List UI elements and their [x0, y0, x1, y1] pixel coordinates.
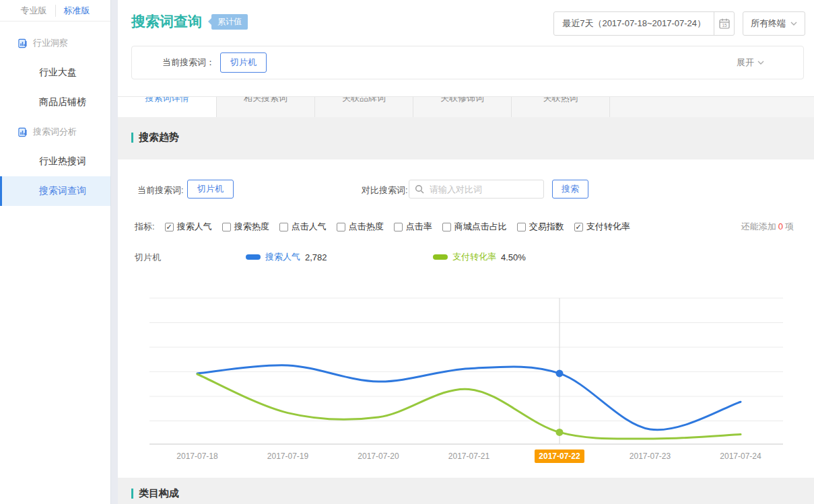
content-gutter: [111, 0, 118, 504]
current-term-form-chip[interactable]: 切片机: [187, 180, 234, 199]
date-range-picker[interactable]: 最近7天（2017-07-18~2017-07-24） 15: [553, 11, 735, 36]
sidebar-version-tabs: 专业版 标准版: [0, 0, 110, 22]
legend-label: 支付转化率: [452, 251, 496, 263]
tab-3[interactable]: 关联修饰词: [413, 97, 511, 117]
metric-label: 搜索人气: [177, 221, 212, 233]
trend-section-title: 搜索趋势: [139, 131, 179, 144]
compare-term-input[interactable]: [428, 184, 535, 195]
report-icon: [18, 38, 28, 48]
tab-label: 关联热词: [543, 97, 578, 103]
metric-label: 点击热度: [349, 221, 384, 233]
metrics-list: ✓搜索人气搜索热度点击人气点击热度点击率商城点击占比交易指数✓支付转化率: [155, 221, 630, 233]
svg-text:15: 15: [722, 23, 727, 28]
metric-item-5[interactable]: 商城点击占比: [442, 221, 507, 233]
tab-0[interactable]: 搜索词详情: [118, 97, 216, 117]
calendar-button[interactable]: 15: [714, 12, 734, 35]
legend-swatch-green: [433, 254, 448, 260]
x-axis-label-3: 2017-07-21: [424, 449, 514, 463]
header-controls: 最近7天（2017-07-18~2017-07-24） 15 所有终端: [553, 11, 805, 36]
x-axis-label-0: 2017-07-18: [152, 449, 242, 463]
x-axis-label-text: 2017-07-23: [625, 449, 675, 463]
detail-tabbar: 搜索词详情相关搜索词关联品牌词关联修饰词关联热词: [118, 96, 814, 117]
metric-item-2[interactable]: 点击人气: [279, 221, 327, 233]
calendar-icon: 15: [718, 17, 731, 30]
sidebar-item-2[interactable]: 商品店铺榜: [0, 87, 110, 117]
metric-checkbox-3[interactable]: [337, 223, 345, 231]
metrics-row: 指标: ✓搜索人气搜索热度点击人气点击热度点击率商城点击占比交易指数✓支付转化率…: [118, 220, 814, 233]
current-term-form-label: 当前搜索词:: [137, 184, 184, 196]
search-button[interactable]: 搜索: [552, 180, 588, 199]
legend-row: 切片机 搜索人气 2,782 支付转化率 4.50%: [118, 250, 814, 264]
sidebar: 专业版 标准版 行业洞察行业大盘商品店铺榜搜索词分析行业热搜词搜索词查询: [0, 0, 111, 504]
section-tick-icon: [131, 133, 133, 143]
terminal-select-value: 所有终端: [751, 17, 786, 30]
category-section-band: 类目构成: [118, 478, 814, 504]
tab-1[interactable]: 相关搜索词: [216, 97, 314, 117]
metric-checkbox-4[interactable]: [394, 223, 403, 231]
metric-checkbox-2[interactable]: [279, 223, 288, 231]
metric-label: 支付转化率: [586, 221, 630, 233]
metric-checkbox-0[interactable]: ✓: [165, 223, 174, 231]
series-dot-0: [556, 369, 564, 377]
metric-checkbox-1[interactable]: [222, 223, 231, 231]
section-tick-icon: [131, 489, 133, 499]
report-icon: [18, 127, 28, 137]
tab-standard-version[interactable]: 标准版: [55, 5, 98, 17]
tab-pro-version[interactable]: 专业版: [13, 5, 55, 17]
series-line-0: [197, 365, 741, 430]
trend-form-row: 当前搜索词: 切片机 对比搜索词: 搜索: [118, 180, 814, 200]
remain-suffix: 项: [785, 221, 794, 231]
metric-item-3[interactable]: 点击热度: [337, 221, 384, 233]
legend-entry-search-popularity: 搜索人气 2,782: [246, 250, 327, 264]
legend-term: 切片机: [135, 252, 161, 264]
remain-prefix: 还能添加: [741, 221, 776, 231]
category-section-title: 类目构成: [139, 487, 179, 500]
metrics-label: 指标:: [135, 221, 155, 233]
tab-label: 关联品牌词: [342, 97, 386, 103]
metric-item-0[interactable]: ✓搜索人气: [165, 221, 212, 233]
metric-checkbox-6[interactable]: [517, 223, 526, 231]
x-axis-label-text: 2017-07-21: [444, 449, 494, 463]
expand-label: 展开: [737, 57, 754, 69]
sidebar-label: 行业大盘: [39, 67, 77, 79]
metric-checkbox-7[interactable]: ✓: [574, 223, 583, 231]
expand-toggle[interactable]: 展开: [737, 57, 764, 69]
tab-2[interactable]: 关联品牌词: [314, 97, 413, 117]
category-section-header: 类目构成: [131, 487, 179, 500]
metric-label: 搜索热度: [234, 221, 269, 233]
sidebar-nav: 行业洞察行业大盘商品店铺榜搜索词分析行业热搜词搜索词查询: [0, 22, 110, 206]
metric-item-1[interactable]: 搜索热度: [222, 221, 269, 233]
tab-4[interactable]: 关联热词: [511, 97, 609, 117]
date-range-text[interactable]: 最近7天（2017-07-18~2017-07-24）: [554, 12, 714, 35]
series-dot-1: [556, 429, 564, 436]
x-axis-label-text: 2017-07-24: [716, 449, 765, 463]
current-term-label: 当前搜索词：: [162, 57, 215, 69]
terminal-select[interactable]: 所有终端: [743, 11, 805, 36]
legend-swatch-blue: [246, 254, 261, 260]
sidebar-label: 搜索词分析: [33, 126, 77, 138]
chevron-down-icon: [790, 22, 797, 26]
sidebar-item-1[interactable]: 行业大盘: [0, 58, 110, 87]
compare-term-field: [409, 180, 544, 199]
x-axis-label-text: 2017-07-20: [353, 449, 403, 463]
sidebar-item-4[interactable]: 行业热搜词: [0, 147, 110, 176]
x-axis-label-text: 2017-07-22: [535, 449, 584, 463]
page-header: 搜索词查询 累计值: [131, 12, 248, 31]
page-title: 搜索词查询: [131, 12, 202, 31]
current-term-chip[interactable]: 切片机: [220, 52, 267, 73]
tab-label: 关联修饰词: [440, 97, 484, 103]
compare-term-label: 对比搜索词:: [362, 184, 408, 196]
metric-checkbox-5[interactable]: [442, 223, 451, 231]
metric-item-7[interactable]: ✓支付转化率: [574, 221, 630, 233]
metric-label: 商城点击占比: [454, 221, 507, 233]
sidebar-item-5[interactable]: 搜索词查询: [0, 176, 110, 206]
current-term-bar: 当前搜索词： 切片机 展开: [131, 46, 804, 79]
x-axis-label-1: 2017-07-19: [243, 449, 333, 463]
metric-label: 点击人气: [292, 221, 327, 233]
trend-chart-svg: [118, 293, 814, 461]
sidebar-group-0: 行业洞察: [0, 28, 110, 58]
x-axis-label-2: 2017-07-20: [333, 449, 423, 463]
metric-item-6[interactable]: 交易指数: [517, 221, 564, 233]
sidebar-label: 行业洞察: [33, 37, 68, 49]
metric-item-4[interactable]: 点击率: [394, 221, 432, 233]
